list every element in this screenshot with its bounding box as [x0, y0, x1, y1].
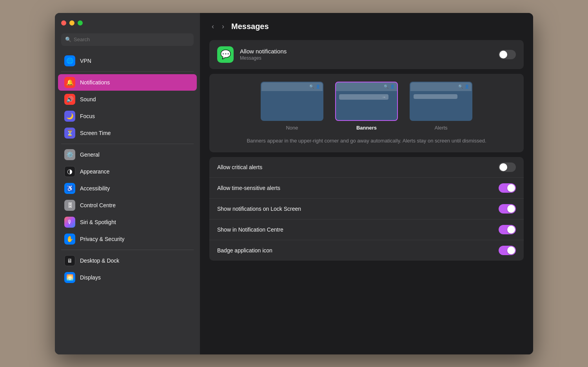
sidebar-label-appearance: Appearance — [80, 168, 110, 175]
badge-icon-row: Badge application icon — [209, 240, 524, 261]
notif-banner-bar: → — [339, 94, 388, 100]
badge-icon-toggle[interactable] — [499, 246, 516, 255]
sidebar-item-appearance[interactable]: ◑ Appearance — [58, 163, 197, 180]
sidebar-item-general[interactable]: ⚙️ General — [58, 146, 197, 163]
sidebar-items-list: 🌐 VPN 🔔 Notifications 🔊 Sound 🌙 Focus — [55, 51, 200, 354]
allow-notifications-card: 💬 Allow notifications Messages — [209, 40, 524, 69]
main-window: 🔍 🌐 VPN 🔔 Notifications 🔊 Sound 🌙 — [55, 13, 533, 354]
sound-icon: 🔊 — [64, 94, 75, 105]
notif-label-alerts: Alerts — [434, 125, 447, 131]
critical-alerts-toggle[interactable] — [499, 163, 516, 172]
critical-alerts-label: Allow critical alerts — [217, 164, 499, 170]
vpn-icon: 🌐 — [64, 55, 75, 66]
allow-notifications-subtitle: Messages — [240, 55, 492, 61]
toolbar-icon-1: 🔍 — [309, 84, 314, 89]
toggle-knob-notif-centre — [507, 226, 515, 234]
sidebar-label-privacy: Privacy & Security — [80, 236, 125, 242]
notif-label-none: None — [286, 125, 298, 131]
lock-screen-row: Show notifications on Lock Screen — [209, 199, 524, 219]
notif-centre-toggle[interactable] — [499, 225, 516, 234]
forward-button[interactable]: › — [220, 21, 227, 32]
sidebar: 🔍 🌐 VPN 🔔 Notifications 🔊 Sound 🌙 — [55, 13, 200, 354]
sidebar-item-focus[interactable]: 🌙 Focus — [58, 108, 197, 124]
main-content: ‹ › Messages 💬 Allow notifications Messa… — [200, 13, 533, 354]
displays-icon: 🌅 — [64, 272, 75, 283]
notif-centre-label: Show in Notification Centre — [217, 226, 499, 233]
sidebar-item-privacy[interactable]: ✋ Privacy & Security — [58, 231, 197, 247]
divider-1 — [61, 71, 194, 72]
sidebar-label-desktop: Desktop & Dock — [80, 257, 119, 264]
allow-notifications-text: Allow notifications Messages — [240, 48, 492, 61]
toolbar-icon-4: 👤 — [390, 84, 395, 89]
notif-centre-row: Show in Notification Centre — [209, 219, 524, 240]
sidebar-item-notifications[interactable]: 🔔 Notifications — [58, 74, 197, 91]
notif-toolbar-alerts: 🔍 👤 — [410, 82, 472, 91]
notifications-icon: 🔔 — [64, 77, 75, 88]
toggle-knob — [499, 51, 507, 58]
divider-3 — [61, 250, 194, 250]
maximize-button[interactable] — [78, 20, 83, 26]
time-sensitive-row: Allow time-sensitive alerts — [209, 178, 524, 199]
notif-option-none[interactable]: 🔍 👤 None — [261, 82, 323, 131]
notification-style-options: 🔍 👤 None 🔍 👤 — [217, 82, 516, 131]
notif-preview-content-banners: → — [336, 91, 397, 103]
notif-preview-banners: 🔍 👤 → — [335, 82, 398, 121]
messages-app-icon: 💬 — [217, 46, 234, 63]
sidebar-label-sound: Sound — [80, 96, 96, 102]
lock-screen-toggle[interactable] — [499, 204, 516, 214]
toggle-knob-badge-icon — [507, 246, 515, 254]
allow-notifications-row: 💬 Allow notifications Messages — [209, 40, 524, 69]
sidebar-item-control-centre[interactable]: 🎛 Control Centre — [58, 197, 197, 214]
sidebar-item-vpn[interactable]: 🌐 VPN — [58, 53, 197, 69]
notif-option-alerts[interactable]: 🔍 👤 Alerts — [410, 82, 472, 131]
sidebar-item-desktop[interactable]: 🖥 Desktop & Dock — [58, 252, 197, 269]
sidebar-label-displays: Displays — [80, 274, 101, 281]
notif-option-banners[interactable]: 🔍 👤 → Banners — [335, 82, 398, 131]
search-input[interactable] — [74, 37, 190, 42]
notification-style-card: 🔍 👤 None 🔍 👤 — [209, 74, 524, 153]
sidebar-item-screentime[interactable]: ⏳ Screen Time — [58, 125, 197, 141]
screentime-icon: ⏳ — [64, 128, 75, 139]
privacy-icon: ✋ — [64, 234, 75, 245]
desktop-icon: 🖥 — [64, 255, 75, 266]
siri-icon: 🎙 — [64, 217, 75, 228]
sidebar-label-general: General — [80, 152, 100, 158]
search-bar[interactable]: 🔍 — [61, 33, 194, 46]
toggle-knob-time-sensitive — [507, 184, 515, 192]
sidebar-item-siri[interactable]: 🎙 Siri & Spotlight — [58, 214, 197, 230]
allow-notifications-toggle[interactable] — [499, 50, 516, 59]
sidebar-label-accessibility: Accessibility — [80, 185, 110, 192]
accessibility-icon: ♿ — [64, 183, 75, 194]
notif-label-banners: Banners — [356, 125, 377, 131]
title-bar — [55, 13, 200, 33]
sidebar-item-displays[interactable]: 🌅 Displays — [58, 269, 197, 286]
back-button[interactable]: ‹ — [209, 21, 216, 32]
appearance-icon: ◑ — [64, 166, 75, 177]
notif-toolbar-banners: 🔍 👤 — [336, 82, 397, 91]
badge-icon-label: Badge application icon — [217, 247, 499, 254]
minimize-button[interactable] — [69, 20, 74, 26]
sidebar-label-screentime: Screen Time — [80, 130, 111, 136]
close-button[interactable] — [61, 20, 66, 26]
allow-notifications-title: Allow notifications — [240, 48, 492, 55]
notification-style-description: Banners appear in the upper-right corner… — [217, 137, 516, 145]
toolbar-icon-5: 🔍 — [458, 84, 463, 89]
sidebar-label-siri: Siri & Spotlight — [80, 219, 116, 225]
time-sensitive-toggle[interactable] — [499, 183, 516, 193]
notif-alert-bar — [414, 94, 457, 99]
page-title: Messages — [231, 22, 269, 31]
control-centre-icon: 🎛 — [64, 200, 75, 211]
notif-preview-none: 🔍 👤 — [261, 82, 323, 121]
sidebar-item-sound[interactable]: 🔊 Sound — [58, 91, 197, 108]
sidebar-item-accessibility[interactable]: ♿ Accessibility — [58, 180, 197, 197]
toolbar-icon-2: 👤 — [316, 84, 320, 89]
search-icon: 🔍 — [65, 37, 71, 42]
sidebar-label-vpn: VPN — [80, 58, 91, 64]
lock-screen-label: Show notifications on Lock Screen — [217, 206, 499, 212]
notif-toolbar-none: 🔍 👤 — [261, 82, 323, 91]
sidebar-label-focus: Focus — [80, 113, 95, 119]
general-icon: ⚙️ — [64, 149, 75, 160]
time-sensitive-label: Allow time-sensitive alerts — [217, 185, 499, 191]
toolbar-icon-3: 🔍 — [384, 84, 388, 89]
critical-alerts-row: Allow critical alerts — [209, 157, 524, 178]
